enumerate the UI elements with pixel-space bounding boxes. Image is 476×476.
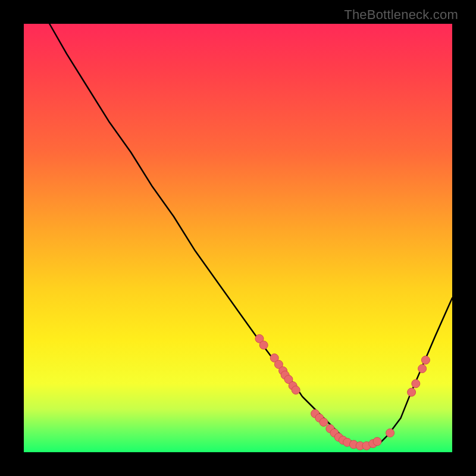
bottleneck-curve-path (49, 24, 452, 448)
bottleneck-curve (49, 24, 452, 448)
curve-marker (259, 341, 268, 349)
curve-markers (255, 334, 430, 450)
curve-marker (320, 418, 328, 427)
curve-marker (373, 437, 381, 446)
curve-svg (24, 24, 452, 452)
curve-marker (412, 380, 420, 388)
curve-marker (386, 429, 394, 437)
curve-marker (292, 386, 300, 394)
chart-container: TheBottleneck.com (0, 0, 476, 476)
plot-area (24, 24, 452, 452)
watermark-text: TheBottleneck.com (344, 7, 458, 23)
curve-marker (421, 356, 430, 364)
curve-marker (418, 365, 427, 373)
curve-marker (408, 388, 416, 396)
